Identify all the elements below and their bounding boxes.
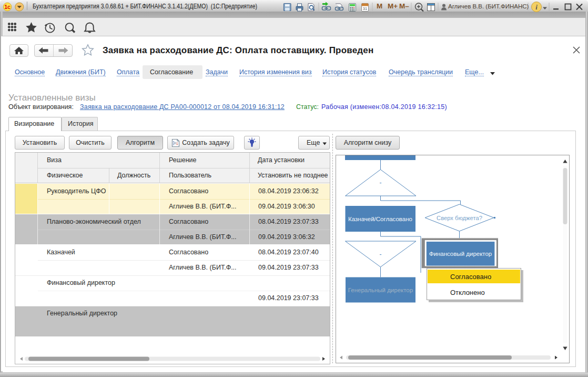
svg-text:i: i <box>535 3 538 11</box>
svg-text:31: 31 <box>363 6 367 11</box>
svg-text:-: - <box>380 179 382 186</box>
svg-text:1с: 1с <box>4 4 11 10</box>
svg-text:-: - <box>380 251 382 258</box>
svg-text:Сверх бюджета?: Сверх бюджета? <box>437 215 482 221</box>
svg-text:Генеральный директор: Генеральный директор <box>348 287 413 293</box>
svg-text:Финансовый директор: Финансовый директор <box>429 251 492 257</box>
svg-text:Казначей/Согласовано: Казначей/Согласовано <box>348 216 412 222</box>
